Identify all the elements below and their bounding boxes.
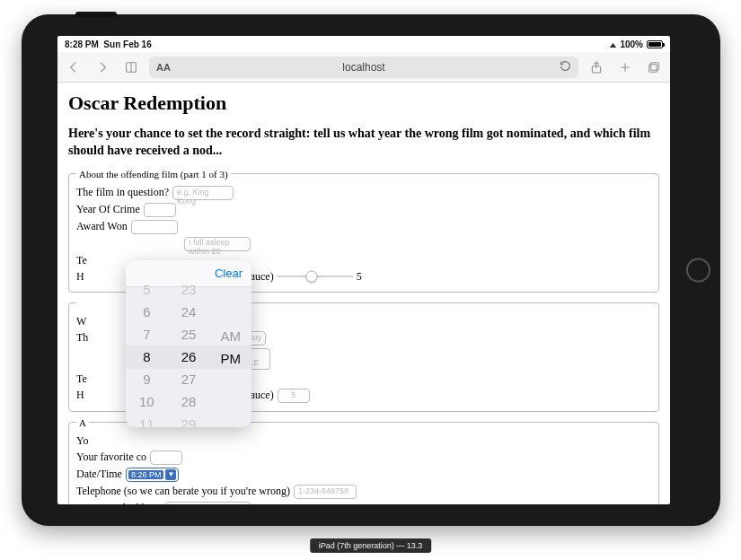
page-subtitle: Here's your chance to set the record str… [68,126,659,160]
input-rating-2[interactable]: 5 [278,389,310,403]
clock: 8:28 PM [65,39,99,49]
back-button[interactable] [63,57,84,78]
time-picker-wheels[interactable]: 5 6 7 8 9 10 11 23 24 25 26 27 28 [126,287,251,427]
battery-icon [647,40,663,48]
label-te-2: Te [76,372,87,386]
picker-highlight [126,346,251,369]
input-color[interactable] [150,451,182,465]
chevron-down-icon[interactable]: ▼ [165,469,176,480]
label-th: Th [76,331,88,345]
ipad-bezel: 8:28 PM Sun Feb 16 100% AA localhost [22,14,720,526]
textarea-reason-1[interactable]: I fell asleep within 20 [184,237,251,251]
status-bar: 8:28 PM Sun Feb 16 100% [57,36,670,52]
time-value: 8:26 PM [128,470,164,479]
label-film-question: The film in question? [76,186,169,199]
forward-button[interactable] [92,57,113,78]
ipad-power-button [75,12,117,17]
input-film-name[interactable]: e.g. King Kong [172,186,234,200]
label-yo: Yo [76,434,88,448]
share-button[interactable] [586,57,607,78]
svg-rect-7 [649,64,657,72]
slider-max: 5 [357,270,362,284]
new-tab-button[interactable] [614,57,636,78]
rating-slider[interactable] [278,270,353,283]
label-telephone: Telephone (so we can berate you if you'r… [76,485,290,498]
label-year: Year Of Crime [76,203,140,216]
reload-button[interactable] [560,60,571,74]
safari-toolbar: AA localhost [57,52,670,83]
ipad-screen: 8:28 PM Sun Feb 16 100% AA localhost [57,36,670,504]
bookmarks-button[interactable] [120,57,142,78]
label-email: Your Email address [76,502,161,504]
wifi-icon [609,39,617,49]
reader-button[interactable]: AA [156,62,174,73]
time-picker-popover[interactable]: Clear 5 6 7 8 9 10 11 23 24 [126,260,251,427]
label-h-2: H [76,389,84,402]
input-year[interactable] [144,203,176,217]
label-fav-color: Your favorite co [76,451,146,464]
url-text: localhost [342,61,384,74]
label-datetime: Date/Time [76,468,122,481]
input-award[interactable] [131,220,178,234]
fieldset-about-you: A Yo Your favorite co Date/Time 8:26 PM … [68,417,659,504]
label-h-1: H [76,270,84,284]
label-award: Award Won [76,220,128,233]
ipad-home-button[interactable] [686,258,710,283]
simulator-caption: iPad (7th generation) — 13.3 [310,538,432,553]
page-title: Oscar Redemption [68,92,659,115]
canvas: 8:28 PM Sun Feb 16 100% AA localhost [0,0,741,560]
svg-rect-6 [651,62,659,70]
label-w: W [76,315,86,328]
clear-button[interactable]: Clear [215,267,243,280]
input-email[interactable]: dwight.schultz@gmail.co [164,502,251,504]
battery-percent: 100% [620,39,643,49]
label-te-1: Te [76,254,87,267]
date: Sun Feb 16 [103,39,151,49]
status-left: 8:28 PM Sun Feb 16 [65,39,152,49]
legend-1: About the offending film (part 1 of 3) [76,169,231,179]
input-telephone[interactable]: 1-234-546758 [294,485,357,499]
input-time[interactable]: 8:26 PM ▼ [126,468,180,482]
tabs-button[interactable] [643,57,665,78]
status-right: 100% [609,39,664,49]
legend-3: A [76,417,89,428]
address-bar[interactable]: AA localhost [149,57,578,78]
